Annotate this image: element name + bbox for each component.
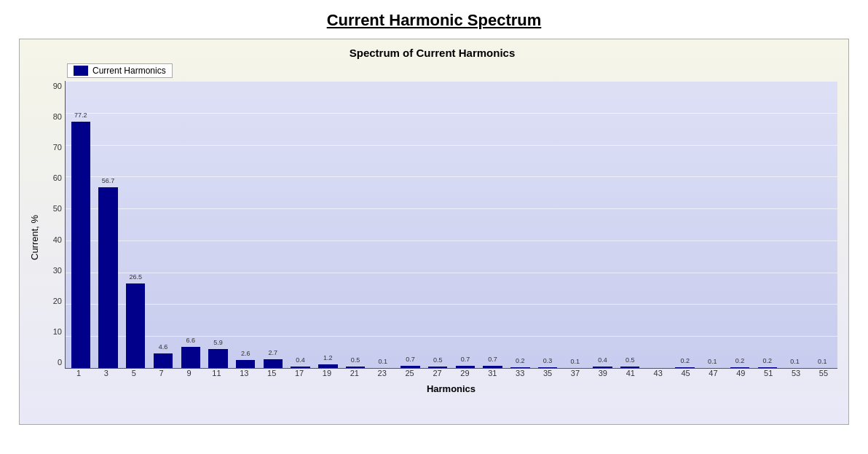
bar: 0.7 (456, 366, 475, 368)
bar-group: 2.7 (259, 81, 287, 368)
bar: 56.7 (98, 187, 117, 368)
x-tick: 55 (810, 369, 837, 382)
bar-group: 26.5 (122, 81, 149, 368)
chart-title: Spectrum of Current Harmonics (27, 47, 837, 59)
y-tick: 70 (53, 144, 62, 152)
bar-value-label: 0.4 (598, 356, 607, 364)
bar-group: 0.1 (699, 81, 727, 368)
x-tick: 33 (506, 369, 534, 382)
bar-group: 6.6 (177, 81, 205, 368)
bar-value-label: 5.9 (213, 339, 223, 346)
bar-group: 0.5 (424, 81, 451, 368)
x-tick: 49 (727, 369, 754, 382)
y-axis: 9080706050403020100 (43, 82, 65, 367)
bar: 77.2 (71, 122, 90, 368)
bar-value-label: 0.5 (433, 356, 443, 364)
bar-group: 0.4 (589, 81, 617, 368)
legend-color-box (74, 66, 88, 76)
bar-value-label: 6.6 (186, 337, 195, 344)
bar: 1.2 (318, 364, 337, 368)
x-tick: 29 (451, 369, 478, 382)
bar-group: 0.7 (479, 81, 507, 368)
x-tick: 43 (644, 369, 672, 382)
bar: 2.6 (236, 360, 255, 368)
bar-group: 0.2 (726, 81, 754, 368)
bar-group (644, 81, 671, 368)
bar-value-label: 0.3 (543, 357, 553, 364)
legend-label: Current Harmonics (92, 66, 166, 76)
bar-value-label: 2.6 (241, 350, 250, 357)
bar-group: 56.7 (95, 81, 122, 368)
bar-value-label: 26.5 (130, 273, 143, 281)
bar-value-label: 0.7 (461, 356, 470, 363)
bar-value-label: 0.7 (406, 356, 415, 363)
chart-container: Spectrum of Current Harmonics Current Ha… (19, 39, 849, 425)
bar-value-label: 0.1 (571, 358, 580, 365)
bar-group: 0.7 (451, 81, 479, 368)
x-tick: 17 (285, 369, 313, 382)
y-tick: 50 (53, 205, 62, 213)
x-tick: 45 (672, 369, 700, 382)
bar: 0.7 (401, 366, 419, 368)
y-tick: 30 (53, 267, 62, 275)
bar-group: 0.3 (534, 81, 561, 368)
x-tick: 25 (396, 369, 424, 382)
x-tick: 37 (561, 369, 589, 382)
bar-group: 1.2 (314, 81, 342, 368)
bar: 0.4 (593, 367, 612, 368)
chart-area: Current, % 9080706050403020100 77.256.72… (27, 81, 837, 394)
plot-area: 77.256.726.54.66.65.92.62.70.41.20.50.10… (65, 81, 837, 394)
bar: 2.7 (264, 359, 283, 368)
bar: 0.5 (346, 367, 365, 368)
bar-value-label: 0.4 (296, 356, 305, 364)
bar-value-label: 0.2 (516, 357, 525, 364)
bar-value-label: 0.7 (488, 356, 497, 363)
bar-value-label: 0.1 (818, 358, 827, 365)
x-tick: 23 (368, 369, 396, 382)
bar-value-label: 0.1 (790, 358, 800, 365)
y-tick: 20 (53, 297, 62, 305)
x-tick: 19 (313, 369, 341, 382)
x-tick: 21 (341, 369, 368, 382)
bar-group: 0.5 (342, 81, 369, 368)
x-tick: 15 (258, 369, 285, 382)
y-tick: 0 (58, 359, 62, 367)
bar-group: 5.9 (205, 81, 232, 368)
bars-wrapper: 77.256.726.54.66.65.92.62.70.41.20.50.10… (66, 81, 837, 368)
bar: 4.6 (154, 353, 173, 368)
bar-group: 0.4 (287, 81, 315, 368)
bar-group: 0.5 (616, 81, 644, 368)
x-tick: 41 (617, 369, 644, 382)
x-tick: 1 (65, 369, 92, 382)
bars-and-grid: 77.256.726.54.66.65.92.62.70.41.20.50.10… (65, 81, 837, 369)
bar-value-label: 0.1 (378, 358, 387, 365)
bar: 0.5 (428, 367, 447, 368)
y-tick: 40 (53, 236, 62, 244)
y-tick: 10 (53, 328, 62, 336)
y-tick: 80 (53, 113, 62, 121)
bar-value-label: 77.2 (74, 111, 87, 119)
bar: 0.2 (730, 367, 749, 368)
x-tick: 27 (424, 369, 451, 382)
bar: 0.5 (620, 367, 639, 368)
x-tick: 47 (699, 369, 727, 382)
bar: 0.4 (291, 367, 309, 368)
x-tick: 35 (534, 369, 561, 382)
bar: 5.9 (208, 349, 227, 368)
bar: 0.2 (675, 367, 694, 368)
bar-group: 0.1 (369, 81, 397, 368)
bar-group: 0.1 (808, 81, 836, 368)
bar: 6.6 (181, 347, 200, 368)
x-tick: 7 (148, 369, 175, 382)
bar-value-label: 56.7 (102, 177, 115, 184)
bar-value-label: 2.7 (269, 349, 278, 356)
bar-group: 2.6 (232, 81, 259, 368)
bar: 0.7 (483, 366, 502, 368)
x-tick: 3 (92, 369, 120, 382)
bar: 0.2 (758, 367, 777, 368)
bar-group: 0.2 (671, 81, 699, 368)
bar-group: 77.2 (67, 81, 95, 368)
x-tick: 9 (175, 369, 203, 382)
bar-group: 0.1 (781, 81, 809, 368)
bar-value-label: 0.5 (351, 356, 360, 364)
